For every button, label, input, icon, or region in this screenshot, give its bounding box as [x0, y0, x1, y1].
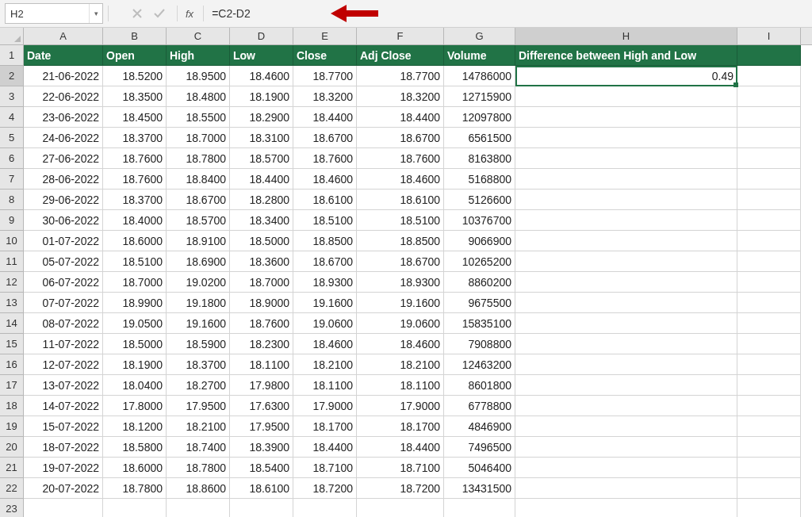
cell-I5[interactable]	[737, 128, 801, 148]
cell-D9[interactable]: 18.3400	[230, 210, 293, 231]
cell-E2[interactable]: 18.7700	[293, 66, 357, 86]
cell-A8[interactable]: 29-06-2022	[24, 190, 103, 210]
cell-G20[interactable]: 7496500	[444, 437, 515, 458]
cell-E17[interactable]: 18.1100	[293, 375, 357, 396]
grid[interactable]: Date Open High Low Close Adj Close Volum…	[24, 45, 812, 517]
col-header-A[interactable]: A	[24, 28, 103, 44]
row-header-13[interactable]: 13	[0, 293, 23, 313]
row-header-17[interactable]: 17	[0, 375, 23, 396]
cell-E20[interactable]: 18.4400	[293, 437, 357, 458]
cell-D19[interactable]: 17.9500	[230, 416, 293, 437]
cell-F16[interactable]: 18.2100	[357, 354, 444, 375]
cell-B20[interactable]: 18.5800	[103, 437, 167, 458]
cell-D23[interactable]	[230, 499, 293, 517]
cell-I4[interactable]	[737, 107, 801, 128]
cell-E13[interactable]: 19.1600	[293, 293, 357, 313]
cell-A18[interactable]: 14-07-2022	[24, 396, 103, 416]
cell-D18[interactable]: 17.6300	[230, 396, 293, 416]
cell-I8[interactable]	[737, 190, 801, 210]
cell-B8[interactable]: 18.3700	[103, 190, 167, 210]
cell-C23[interactable]	[167, 499, 230, 517]
row-header-5[interactable]: 5	[0, 128, 23, 148]
cell-I3[interactable]	[737, 86, 801, 107]
cell-E11[interactable]: 18.6700	[293, 251, 357, 272]
cell-C16[interactable]: 18.3700	[167, 354, 230, 375]
cell-I11[interactable]	[737, 251, 801, 272]
cell-G4[interactable]: 12097800	[444, 107, 515, 128]
cell-D13[interactable]: 18.9000	[230, 293, 293, 313]
cell-F8[interactable]: 18.6100	[357, 190, 444, 210]
cell-F17[interactable]: 18.1100	[357, 375, 444, 396]
name-box-dropdown-icon[interactable]: ▾	[89, 4, 102, 23]
cell-D16[interactable]: 18.1100	[230, 354, 293, 375]
cell-C6[interactable]: 18.7800	[167, 148, 230, 169]
cell-G22[interactable]: 13431500	[444, 478, 515, 499]
cell-C13[interactable]: 19.1800	[167, 293, 230, 313]
cell-C20[interactable]: 18.7400	[167, 437, 230, 458]
cell-I18[interactable]	[737, 396, 801, 416]
cell-E3[interactable]: 18.3200	[293, 86, 357, 107]
row-header-15[interactable]: 15	[0, 334, 23, 354]
cell-D22[interactable]: 18.6100	[230, 478, 293, 499]
cell-E18[interactable]: 17.9000	[293, 396, 357, 416]
cell-G8[interactable]: 5126600	[444, 190, 515, 210]
row-header-23[interactable]: 23	[0, 499, 23, 517]
cell-A16[interactable]: 12-07-2022	[24, 354, 103, 375]
row-header-14[interactable]: 14	[0, 313, 23, 334]
cell-I22[interactable]	[737, 478, 801, 499]
cell-H21[interactable]	[515, 458, 737, 478]
cell-C17[interactable]: 18.2700	[167, 375, 230, 396]
cell-I23[interactable]	[737, 499, 801, 517]
cell-I12[interactable]	[737, 272, 801, 293]
row-header-1[interactable]: 1	[0, 45, 23, 66]
confirm-formula-icon[interactable]	[150, 4, 169, 23]
cell-G21[interactable]: 5046400	[444, 458, 515, 478]
cell-D3[interactable]: 18.1900	[230, 86, 293, 107]
cell-A23[interactable]	[24, 499, 103, 517]
cell-G7[interactable]: 5168800	[444, 169, 515, 190]
cell-C10[interactable]: 18.9100	[167, 231, 230, 251]
cell-B3[interactable]: 18.3500	[103, 86, 167, 107]
cell-D21[interactable]: 18.5400	[230, 458, 293, 478]
cell-G16[interactable]: 12463200	[444, 354, 515, 375]
cell-F20[interactable]: 18.4400	[357, 437, 444, 458]
row-header-3[interactable]: 3	[0, 86, 23, 107]
col-header-F[interactable]: F	[357, 28, 444, 44]
cell-C3[interactable]: 18.4800	[167, 86, 230, 107]
cell-A22[interactable]: 20-07-2022	[24, 478, 103, 499]
cell-A5[interactable]: 24-06-2022	[24, 128, 103, 148]
cell-F3[interactable]: 18.3200	[357, 86, 444, 107]
cell-E23[interactable]	[293, 499, 357, 517]
cell-E15[interactable]: 18.4600	[293, 334, 357, 354]
cell-I15[interactable]	[737, 334, 801, 354]
cell-I10[interactable]	[737, 231, 801, 251]
col-header-I[interactable]: I	[737, 28, 801, 44]
formula-input[interactable]: =C2-D2	[212, 7, 251, 20]
cell-F7[interactable]: 18.4600	[357, 169, 444, 190]
cell-C4[interactable]: 18.5500	[167, 107, 230, 128]
row-header-19[interactable]: 19	[0, 416, 23, 437]
cell-A7[interactable]: 28-06-2022	[24, 169, 103, 190]
cell-A20[interactable]: 18-07-2022	[24, 437, 103, 458]
cell-B15[interactable]: 18.5000	[103, 334, 167, 354]
cell-D15[interactable]: 18.2300	[230, 334, 293, 354]
cell-B19[interactable]: 18.1200	[103, 416, 167, 437]
cell-D11[interactable]: 18.3600	[230, 251, 293, 272]
cell-H6[interactable]	[515, 148, 737, 169]
cell-H3[interactable]	[515, 86, 737, 107]
cell-H20[interactable]	[515, 437, 737, 458]
row-header-11[interactable]: 11	[0, 251, 23, 272]
cell-G17[interactable]: 8601800	[444, 375, 515, 396]
row-header-4[interactable]: 4	[0, 107, 23, 128]
cell-H10[interactable]	[515, 231, 737, 251]
cell-E7[interactable]: 18.4600	[293, 169, 357, 190]
cell-A13[interactable]: 07-07-2022	[24, 293, 103, 313]
col-header-B[interactable]: B	[103, 28, 167, 44]
cell-C18[interactable]: 17.9500	[167, 396, 230, 416]
cell-D4[interactable]: 18.2900	[230, 107, 293, 128]
cell-I6[interactable]	[737, 148, 801, 169]
cell-I14[interactable]	[737, 313, 801, 334]
cell-H8[interactable]	[515, 190, 737, 210]
cell-A6[interactable]: 27-06-2022	[24, 148, 103, 169]
row-header-12[interactable]: 12	[0, 272, 23, 293]
